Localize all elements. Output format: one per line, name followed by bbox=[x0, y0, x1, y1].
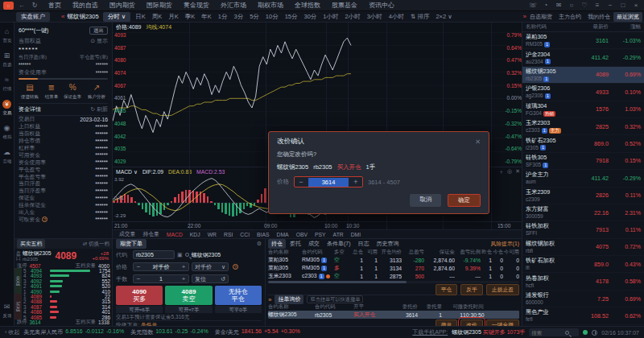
dialog-close-icon[interactable]: ✕ bbox=[475, 138, 481, 146]
period-tab[interactable]: 3小时 bbox=[364, 13, 386, 21]
indicator-tab[interactable]: BIAS bbox=[254, 232, 273, 237]
indicator-tab[interactable]: CCI bbox=[237, 232, 253, 237]
close-icon[interactable]: × bbox=[631, 2, 641, 9]
pane-magnet-icon[interactable]: ◎ bbox=[507, 168, 512, 176]
tab-futures-order[interactable]: 期货下单 bbox=[116, 239, 147, 249]
quote-row[interactable]: 菜粕305 RM3051 3161 -1.03% bbox=[522, 32, 644, 49]
index-ticker[interactable]: 美元指数 103.61 -0.25 -0.24% bbox=[130, 328, 208, 336]
nav-item[interactable]: 首页 bbox=[43, 1, 67, 10]
indicator-tab[interactable]: KDJ bbox=[187, 232, 204, 237]
reset-button[interactable]: 复位↺ bbox=[192, 274, 229, 283]
qty-stepper[interactable]: − 1 + bbox=[133, 274, 189, 283]
indicator-tab[interactable]: DMI bbox=[348, 232, 364, 237]
period-tab[interactable]: 30分 bbox=[301, 13, 320, 21]
risk-warning-link[interactable]: 风险提示(1) bbox=[491, 240, 520, 248]
sort-button[interactable]: ⇅ 排序 bbox=[407, 13, 432, 21]
indicator-tab[interactable]: WR bbox=[204, 232, 220, 237]
dialog-price-stepper[interactable]: − 3614 + bbox=[294, 176, 363, 188]
quote-row[interactable]: 螺纹钢加权 rbfi 4075 0.72% bbox=[522, 239, 644, 256]
period-tab[interactable]: 月K bbox=[165, 13, 182, 21]
index-ticker[interactable]: 美元离岸人民币 6.8516 -0.0112 -0.16% bbox=[23, 328, 124, 336]
sell-short-button[interactable]: 4089卖空 bbox=[165, 286, 212, 305]
positions-tab[interactable]: 委托 bbox=[287, 239, 304, 249]
position-row[interactable]: 玉米2303 c23031 空 1 1 2875 500 --- --- 1 0… bbox=[268, 272, 519, 280]
bell-icon[interactable]: ◔ bbox=[541, 2, 551, 9]
nav-item[interactable]: 我的自选 bbox=[67, 1, 104, 10]
collapse-button[interactable]: ‹ 收起 bbox=[5, 328, 19, 336]
tab-five-levels[interactable]: 买卖五档 bbox=[17, 239, 45, 249]
collapse-left-icon[interactable]: « bbox=[61, 13, 64, 20]
search-icon[interactable] bbox=[185, 253, 189, 257]
nav-item[interactable]: 外汇市场 bbox=[215, 1, 252, 10]
macd-title[interactable]: MACD ∨ bbox=[116, 169, 138, 175]
quote-row[interactable]: 玉米2303 c23031主力 2825 0.32% bbox=[522, 118, 644, 135]
period-tab[interactable]: 5分 bbox=[246, 13, 262, 21]
indicator-tab[interactable]: OBV bbox=[293, 232, 311, 237]
quote-row[interactable]: 硅铁305 SF3051 7918 0.15% bbox=[522, 153, 644, 170]
pending-order-row[interactable]: 螺纹钢2305 rb2305 买入开仓 3614 1 1 10:30:50 bbox=[268, 311, 519, 319]
indicator-tab[interactable]: ATR bbox=[330, 232, 347, 237]
search-box[interactable] bbox=[529, 328, 579, 336]
info-icon[interactable]: ? bbox=[42, 216, 47, 222]
account-shortcut[interactable]: % 保证金率 bbox=[63, 83, 82, 101]
nav-item[interactable]: 国际期货 bbox=[141, 1, 178, 10]
quote-row[interactable]: 铁矿石加权 ifi 859.0 0.43% bbox=[522, 256, 644, 273]
dialog-price-plus-icon[interactable]: + bbox=[349, 179, 362, 186]
quote-row[interactable]: 沪金2304 au23041 411.42 -0.29% bbox=[522, 49, 644, 66]
app-download-link[interactable]: 下载手机APP: bbox=[412, 328, 448, 336]
close-position-button[interactable]: 无持仓平仓 bbox=[215, 286, 262, 305]
timeframe-active-tab[interactable]: 分时 ∨ bbox=[103, 12, 131, 22]
position-action-button[interactable]: 止损止盈 bbox=[486, 284, 519, 295]
period-tab[interactable]: 10分 bbox=[262, 13, 282, 21]
nav-item[interactable]: 资讯中心 bbox=[363, 1, 400, 10]
period-tab[interactable]: 日K bbox=[132, 13, 149, 21]
qty-plus-icon[interactable]: + bbox=[179, 275, 188, 282]
period-tab[interactable]: 3分 bbox=[230, 13, 246, 21]
positions-tab[interactable]: 历史查询 bbox=[374, 239, 402, 249]
activity-icon[interactable]: ♡ bbox=[580, 2, 589, 9]
price-stepper[interactable]: − 对手价 + bbox=[133, 262, 189, 271]
rail-item[interactable]: ⊞ 自选 bbox=[2, 52, 12, 68]
indicator-tab[interactable]: DMA bbox=[274, 232, 292, 237]
settings-gear-icon[interactable]: ⚙ bbox=[257, 241, 262, 247]
period-tab[interactable]: 周K bbox=[149, 13, 166, 21]
quote-list-tab[interactable]: 我的持仓 bbox=[584, 12, 613, 22]
positions-tab[interactable]: 持仓 bbox=[268, 239, 286, 249]
buy-long-button[interactable]: 4090买多 bbox=[116, 286, 163, 305]
quote-row[interactable]: 东方财富 300059 22.16 2.31% bbox=[522, 204, 644, 221]
switch-level-button[interactable]: ⇄ 切换一档 bbox=[83, 241, 109, 248]
positions-tab[interactable]: 日志 bbox=[355, 239, 373, 249]
nav-item[interactable]: 国内期货 bbox=[104, 1, 141, 10]
price-minus-icon[interactable]: − bbox=[134, 263, 143, 270]
show-toggle[interactable]: ⊙ 显示 bbox=[90, 37, 108, 45]
account-shortcut[interactable]: ≣ 结算单 bbox=[44, 83, 59, 101]
position-row[interactable]: 菜粕305 RM3051 空 1 1 3133 -280 2,874.60 -9… bbox=[268, 256, 519, 264]
price-mode-select[interactable]: 对手价∨ bbox=[192, 262, 229, 271]
positions-tab[interactable]: 条件单(7) bbox=[324, 239, 354, 249]
quote-row[interactable]: 黑色产业 fefi 108.52 0.62% bbox=[522, 307, 644, 324]
indicator-tab[interactable]: PSY bbox=[312, 232, 329, 237]
account-shortcut[interactable]: ↗ 账户分析 bbox=[87, 83, 106, 101]
menu-icon[interactable]: ≡ bbox=[592, 2, 602, 9]
nav-item[interactable]: 股票基金 bbox=[326, 1, 363, 10]
refresh-funds-button[interactable]: ↻ 刷新 bbox=[90, 105, 108, 113]
dialog-confirm-button[interactable]: 确定 bbox=[448, 194, 481, 207]
quote-row[interactable]: 浦发银行 600000 7.25 0.69% bbox=[522, 291, 644, 307]
period-tab[interactable]: 2小时 bbox=[342, 13, 364, 21]
nav-item[interactable]: 全球指数 bbox=[289, 1, 326, 10]
index-ticker[interactable]: 黄金/美元 1841.56 +5.54 +0.30% bbox=[215, 328, 300, 336]
mail-icon[interactable]: ✉ bbox=[554, 2, 564, 9]
pane-close-icon[interactable]: ✕ bbox=[515, 168, 520, 176]
quote-list-tab[interactable]: 主力合约 bbox=[555, 12, 584, 22]
quote-list-tab[interactable]: 最近浏览 bbox=[613, 12, 642, 22]
indicator-tab[interactable]: 持仓量 bbox=[139, 230, 162, 238]
quote-list-tab[interactable]: 自选期货 bbox=[526, 12, 555, 22]
indicator-tab[interactable]: 成交量 bbox=[116, 230, 138, 238]
period-tab[interactable]: 15分 bbox=[282, 13, 301, 21]
code-input[interactable]: rb2305 bbox=[133, 250, 175, 259]
qty-minus-icon[interactable]: − bbox=[134, 275, 143, 282]
nav-item[interactable]: 期权市场 bbox=[252, 1, 289, 10]
grid-layout-select[interactable]: 2×2 ∨ bbox=[432, 13, 455, 20]
period-tab[interactable]: 季K bbox=[182, 13, 199, 21]
feedback-button[interactable]: ✉ 反馈 bbox=[2, 303, 12, 319]
